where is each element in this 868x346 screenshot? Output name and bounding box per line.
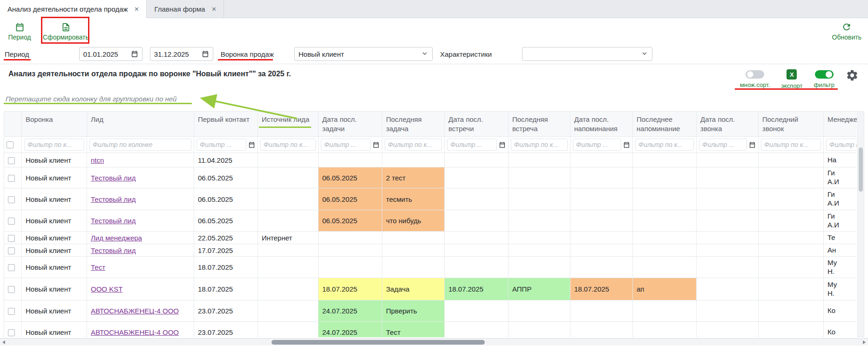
funnel-select[interactable]: Новый клиент	[294, 47, 433, 61]
row-checkbox[interactable]	[8, 157, 15, 164]
gear-icon[interactable]	[846, 69, 859, 84]
column-header-reminder[interactable]: Последнее напоминание	[633, 112, 697, 137]
filter-control: фильтр	[814, 70, 834, 88]
column-header-lead[interactable]: Лид	[87, 112, 194, 137]
cell-check	[4, 257, 22, 278]
date-to-field[interactable]	[150, 47, 213, 61]
row-checkbox[interactable]	[8, 196, 15, 203]
cell-reminder	[633, 257, 697, 278]
horizontal-scrollbar[interactable]	[0, 338, 868, 346]
cell-reminder	[633, 153, 697, 167]
tab-analysis[interactable]: Анализ деятельности отдела продаж ×	[0, 0, 147, 18]
lead-link[interactable]: Лид менеджера	[91, 234, 142, 242]
cell-task: 2 тест	[382, 167, 445, 188]
column-header-meeting_date[interactable]: Дата посл. встречи	[445, 112, 509, 137]
filter-input-meeting_date[interactable]	[447, 139, 497, 151]
filter-input-lead[interactable]	[89, 139, 191, 151]
chevron-down-icon	[641, 50, 648, 59]
close-icon[interactable]: ×	[211, 5, 216, 13]
calendar-icon[interactable]	[131, 50, 138, 58]
filter-input-reminder[interactable]	[635, 139, 694, 151]
scroll-right-icon[interactable]	[863, 340, 866, 344]
calendar-icon[interactable]	[248, 141, 255, 148]
table-row: Новый клиентАВТОСНАБЖЕНЕЦ-4 ООО23.07.202…	[4, 300, 857, 322]
lead-link[interactable]: АВТОСНАБЖЕНЕЦ-4 ООО	[91, 307, 179, 315]
row-checkbox[interactable]	[8, 329, 15, 336]
cell-call	[759, 210, 824, 232]
cell-call_date	[697, 210, 759, 232]
column-header-call_date[interactable]: Дата посл. звонка	[697, 112, 759, 137]
calendar-icon[interactable]	[749, 141, 756, 148]
row-checkbox[interactable]	[8, 235, 15, 242]
column-header-task[interactable]: Последняя задача	[382, 112, 445, 137]
vertical-scrollbar[interactable]	[857, 111, 864, 337]
lead-link[interactable]: ntcn	[91, 156, 104, 164]
table-row: Новый клиентООО KST18.07.202518.07.2025З…	[4, 278, 857, 300]
column-header-meeting[interactable]: Последняя встреча	[509, 112, 570, 137]
date-to-input[interactable]	[154, 50, 199, 58]
multi-sort-toggle[interactable]	[746, 70, 764, 79]
filter-input-task[interactable]	[385, 139, 442, 151]
document-icon	[61, 22, 71, 32]
column-header-reminder_date[interactable]: Дата посл. напоминания	[570, 112, 633, 137]
column-header-call[interactable]: Последний звонок	[759, 112, 824, 137]
lead-link[interactable]: Тестовый лид	[91, 217, 136, 225]
tab-main-form[interactable]: Главная форма ×	[147, 0, 224, 18]
calendar-icon[interactable]	[202, 50, 209, 58]
calendar-icon[interactable]	[499, 141, 506, 148]
period-button[interactable]: Период	[7, 22, 33, 41]
excel-export-icon[interactable]: X	[787, 69, 797, 80]
cell-call	[759, 322, 824, 338]
select-all-checkbox[interactable]	[7, 141, 14, 148]
cell-call_date	[697, 167, 759, 188]
row-checkbox[interactable]	[8, 264, 15, 271]
row-checkbox[interactable]	[8, 308, 15, 315]
cell-task_date: 06.05.2025	[319, 188, 382, 210]
generate-button[interactable]: Сформировать	[43, 22, 89, 41]
horizontal-scrollbar-thumb[interactable]	[271, 340, 485, 345]
column-header-funnel[interactable]: Воронка	[22, 112, 87, 137]
column-header-source[interactable]: Источник лида	[258, 112, 319, 137]
cell-first_contact: 23.07.2025	[194, 322, 258, 338]
column-header-manager[interactable]: Менеджер	[824, 112, 857, 137]
filter-cell-task	[382, 137, 445, 153]
column-header-first_contact[interactable]: Первый контакт	[194, 112, 258, 137]
scroll-left-icon[interactable]	[2, 340, 5, 344]
row-checkbox[interactable]	[8, 247, 15, 254]
filter-input-meeting[interactable]	[511, 139, 568, 151]
date-from-field[interactable]	[79, 47, 142, 61]
filter-input-first_contact[interactable]	[197, 139, 246, 151]
filter-input-call[interactable]	[761, 139, 821, 151]
close-icon[interactable]: ×	[135, 5, 139, 13]
refresh-button[interactable]: Обновить	[832, 22, 861, 41]
refresh-button-label: Обновить	[832, 33, 861, 41]
table-row: Новый клиентТест18.07.2025Му Н.	[4, 257, 857, 278]
data-grid: ВоронкаЛидПервый контактИсточник лидаДат…	[4, 111, 857, 337]
filter-input-source[interactable]	[260, 139, 316, 151]
filter-input-reminder_date[interactable]	[573, 139, 621, 151]
filter-input-funnel[interactable]	[24, 139, 84, 151]
filter-input-task_date[interactable]	[321, 139, 371, 151]
lead-link[interactable]: АВТОСНАБЖЕНЕЦ-4 ООО	[91, 328, 179, 336]
filter-cell-meeting	[509, 137, 570, 153]
cell-task_date: 06.05.2025	[319, 167, 382, 188]
date-from-input[interactable]	[83, 50, 128, 58]
lead-link[interactable]: Тестовый лид	[91, 174, 136, 182]
row-checkbox[interactable]	[8, 286, 15, 293]
calendar-icon[interactable]	[373, 141, 380, 148]
lead-link[interactable]: Тестовый лид	[91, 195, 136, 203]
calendar-icon[interactable]	[623, 141, 630, 148]
row-checkbox[interactable]	[8, 175, 15, 182]
filter-toggle[interactable]	[815, 70, 834, 79]
lead-link[interactable]: ООО KST	[91, 285, 122, 293]
cell-call	[759, 244, 824, 257]
characteristics-select[interactable]	[522, 47, 652, 61]
lead-link[interactable]: Тест	[91, 263, 105, 271]
row-checkbox[interactable]	[8, 218, 15, 225]
lead-link[interactable]: Тестовый лид	[91, 246, 136, 254]
cell-meeting	[509, 153, 570, 167]
filter-input-call_date[interactable]	[699, 139, 747, 151]
column-header-task_date[interactable]: Дата посл. задачи	[319, 112, 382, 137]
vertical-scrollbar-thumb[interactable]	[859, 147, 863, 192]
filter-input-manager[interactable]	[826, 139, 857, 151]
